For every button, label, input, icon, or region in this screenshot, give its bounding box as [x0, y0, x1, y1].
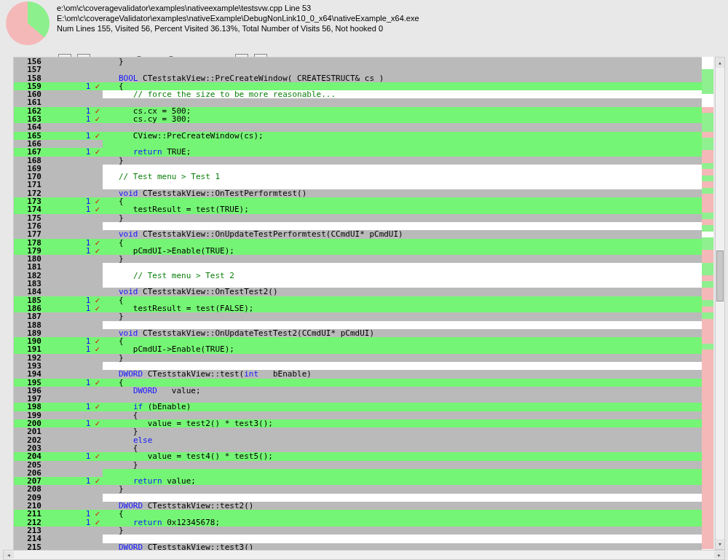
line-number: 167 — [14, 148, 43, 156]
code-row[interactable]: 201 } — [14, 427, 713, 435]
code-text: pCmdUI->Enable(TRUE); — [103, 345, 713, 353]
coverage-gutter: 1✓ — [43, 345, 103, 353]
code-row[interactable]: 164 — [14, 123, 713, 131]
code-text: else — [103, 436, 713, 444]
code-row[interactable]: 168} — [14, 157, 713, 165]
coverage-gutter — [43, 427, 103, 435]
coverage-gutter — [43, 214, 103, 222]
code-row[interactable]: 2111✓{ — [14, 510, 713, 518]
coverage-minimap[interactable] — [702, 57, 713, 550]
code-row[interactable]: 184void CTeststakView::OnTestTest2() — [14, 288, 713, 296]
code-row[interactable]: 2041✓ value = test4() * test5(); — [14, 452, 713, 460]
coverage-gutter — [43, 74, 103, 82]
code-text: void CTeststakView::OnUpdateTestPerformt… — [103, 230, 713, 238]
line-number: 204 — [14, 452, 43, 460]
line-number: 187 — [14, 312, 43, 320]
code-row[interactable]: 160 // force the size to be more reasona… — [14, 90, 713, 98]
code-row[interactable]: 1911✓ pCmdUI->Enable(TRUE); — [14, 345, 713, 353]
exe-path-text: E:\om\c\coverageValidator\examples\nativ… — [57, 13, 419, 23]
coverage-gutter: 1✓ — [43, 419, 103, 427]
code-row[interactable]: 215DWORD CTeststakView::test3() — [14, 543, 713, 550]
code-row[interactable]: 187} — [14, 312, 713, 320]
code-row[interactable]: 1671✓ return TRUE; — [14, 148, 713, 156]
code-text: value = test2() * test3(); — [103, 419, 713, 427]
code-text: return 0x12345678; — [103, 518, 713, 527]
scroll-thumb[interactable] — [716, 251, 724, 301]
line-number: 194 — [14, 370, 43, 378]
code-row[interactable]: 196 DWORD value; — [14, 387, 713, 395]
coverage-gutter — [43, 535, 103, 543]
scroll-right-icon[interactable]: ▸ — [714, 551, 724, 559]
code-row[interactable]: 1651✓ CView::PreCreateWindow(cs); — [14, 132, 713, 140]
code-row[interactable]: 205 } — [14, 461, 713, 469]
coverage-gutter — [43, 280, 103, 288]
coverage-gutter — [43, 123, 103, 131]
coverage-gutter — [43, 502, 103, 510]
coverage-gutter — [43, 444, 103, 452]
scroll-up-icon[interactable]: ▴ — [716, 58, 724, 68]
code-row[interactable]: 177void CTeststakView::OnUpdateTestPerfo… — [14, 230, 713, 238]
coverage-gutter — [43, 263, 103, 271]
line-number: 164 — [14, 123, 43, 131]
coverage-gutter: 1✓ — [43, 304, 103, 312]
code-row[interactable]: 175} — [14, 214, 713, 222]
code-text: return value; — [103, 477, 713, 485]
code-text: // Test menu > Test 1 — [103, 173, 713, 181]
code-row[interactable]: 156} — [14, 58, 713, 66]
coverage-gutter — [43, 230, 103, 238]
code-row[interactable]: 194DWORD CTeststakView::test(int bEnable… — [14, 370, 713, 378]
code-text: value = test4() * test5(); — [103, 452, 713, 460]
coverage-gutter — [43, 165, 103, 173]
code-row[interactable]: 192} — [14, 354, 713, 362]
coverage-gutter: 1✓ — [43, 403, 103, 411]
coverage-gutter — [43, 98, 103, 106]
code-text — [103, 66, 713, 74]
coverage-gutter: 1✓ — [43, 115, 103, 123]
coverage-gutter — [43, 255, 103, 263]
coverage-pie-chart — [6, 1, 50, 45]
code-text: } — [103, 427, 713, 435]
code-viewer[interactable]: 156}157158BOOL CTeststakView::PreCreateW… — [13, 57, 713, 550]
coverage-gutter — [43, 321, 103, 329]
scroll-down-icon[interactable]: ▾ — [716, 539, 724, 549]
coverage-gutter: 1✓ — [43, 247, 103, 255]
code-row[interactable]: 182 // Test menu > Test 2 — [14, 272, 713, 280]
coverage-gutter: 1✓ — [43, 296, 103, 304]
code-row[interactable]: 170// Test menu > Test 1 — [14, 173, 713, 181]
code-text: } — [103, 527, 713, 535]
code-text: void CTeststakView::OnTestPerformtest() — [103, 189, 713, 197]
coverage-gutter — [43, 387, 103, 395]
coverage-gutter — [43, 58, 103, 66]
code-text: pCmdUI->Enable(TRUE); — [103, 247, 713, 255]
code-text: CView::PreCreateWindow(cs); — [103, 132, 713, 140]
coverage-gutter: 1✓ — [43, 197, 103, 205]
header-info: e:\om\c\coveragevalidator\examples\nativ… — [57, 1, 419, 33]
code-text: return TRUE; — [103, 148, 713, 156]
code-row[interactable]: 180} — [14, 255, 713, 263]
scroll-left-icon[interactable]: ◂ — [4, 551, 14, 559]
line-number: 184 — [14, 288, 43, 296]
header-panel: e:\om\c\coveragevalidator\examples\nativ… — [0, 0, 728, 52]
coverage-gutter — [43, 140, 103, 148]
coverage-gutter — [43, 370, 103, 378]
code-text: cs.cx = 500; — [103, 107, 713, 115]
vertical-scrollbar[interactable]: ▴ ▾ — [715, 57, 725, 550]
code-row[interactable]: 213} — [14, 527, 713, 535]
code-row[interactable]: 1631✓ cs.cy = 300; — [14, 115, 713, 123]
code-text: } — [103, 354, 713, 362]
coverage-gutter — [43, 395, 103, 403]
coverage-gutter — [43, 436, 103, 444]
horizontal-scrollbar[interactable]: ◂ ▸ — [3, 550, 725, 560]
coverage-gutter: 1✓ — [43, 477, 103, 485]
code-text: } — [103, 461, 713, 469]
code-row[interactable]: 1741✓ testResult = test(TRUE); — [14, 205, 713, 213]
code-text: } — [103, 157, 713, 165]
code-text: } — [103, 485, 713, 493]
code-text — [103, 98, 713, 106]
coverage-gutter — [43, 461, 103, 469]
coverage-gutter — [43, 312, 103, 320]
coverage-gutter — [43, 222, 103, 230]
code-text: testResult = test(TRUE); — [103, 205, 713, 213]
code-row[interactable]: 208} — [14, 485, 713, 493]
line-number: 201 — [14, 427, 43, 435]
